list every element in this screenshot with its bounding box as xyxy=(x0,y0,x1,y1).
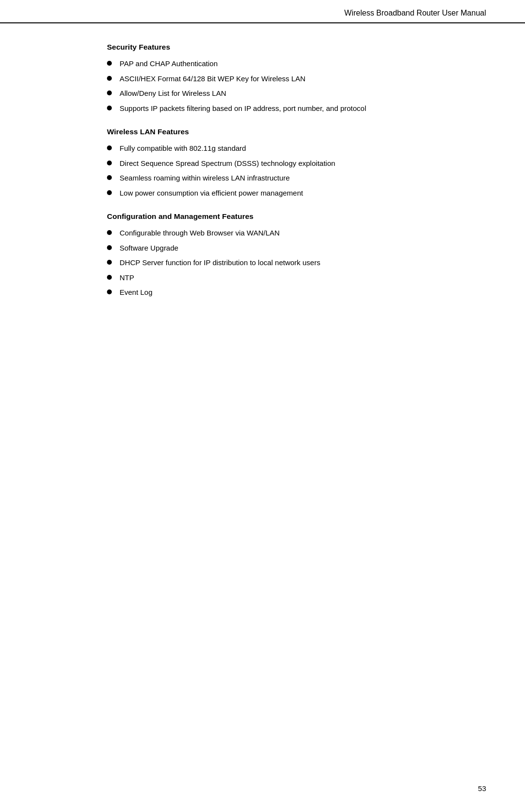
list-item-text: Software Upgrade xyxy=(120,243,428,254)
section-security-features: Security Features PAP and CHAP Authentic… xyxy=(107,43,428,114)
page-content: Security Features PAP and CHAP Authentic… xyxy=(0,23,525,351)
list-item: Software Upgrade xyxy=(107,243,428,254)
list-item-text: Seamless roaming within wireless LAN inf… xyxy=(120,173,428,184)
bullet-icon xyxy=(107,289,112,294)
list-item: Supports IP packets filtering based on I… xyxy=(107,103,428,114)
page-container: Wireless Broadband Router User Manual Se… xyxy=(0,0,525,812)
bullet-icon xyxy=(107,275,112,280)
list-item: DHCP Server function for IP distribution… xyxy=(107,257,428,269)
bullet-icon xyxy=(107,175,112,180)
bullet-icon xyxy=(107,145,112,150)
list-item: Low power consumption via efficient powe… xyxy=(107,188,428,199)
page-footer: 53 xyxy=(478,784,486,793)
section-heading-wireless-lan: Wireless LAN Features xyxy=(107,127,428,136)
bullet-icon xyxy=(107,260,112,265)
list-item: Configurable through Web Browser via WAN… xyxy=(107,228,428,239)
list-item: Event Log xyxy=(107,287,428,298)
header-title: Wireless Broadband Router User Manual xyxy=(344,9,486,17)
list-item: Direct Sequence Spread Spectrum (DSSS) t… xyxy=(107,158,428,169)
section-heading-config-management: Configuration and Management Features xyxy=(107,212,428,221)
list-item-text: ASCII/HEX Format 64/128 Bit WEP Key for … xyxy=(120,73,428,85)
list-item-text: Supports IP packets filtering based on I… xyxy=(120,103,428,114)
list-item: PAP and CHAP Authentication xyxy=(107,58,428,70)
list-item-text: PAP and CHAP Authentication xyxy=(120,58,428,70)
list-item-text: Configurable through Web Browser via WAN… xyxy=(120,228,428,239)
bullet-icon xyxy=(107,90,112,95)
wireless-lan-features-list: Fully compatible with 802.11g standard D… xyxy=(107,143,428,198)
config-management-features-list: Configurable through Web Browser via WAN… xyxy=(107,228,428,298)
list-item-text: Low power consumption via efficient powe… xyxy=(120,188,428,199)
section-config-management-features: Configuration and Management Features Co… xyxy=(107,212,428,298)
bullet-icon xyxy=(107,61,112,66)
bullet-icon xyxy=(107,106,112,110)
list-item-text: DHCP Server function for IP distribution… xyxy=(120,257,428,269)
list-item: ASCII/HEX Format 64/128 Bit WEP Key for … xyxy=(107,73,428,85)
list-item-text: Event Log xyxy=(120,287,428,298)
list-item: NTP xyxy=(107,272,428,284)
list-item-text: Direct Sequence Spread Spectrum (DSSS) t… xyxy=(120,158,428,169)
list-item-text: Fully compatible with 802.11g standard xyxy=(120,143,428,154)
security-features-list: PAP and CHAP Authentication ASCII/HEX Fo… xyxy=(107,58,428,114)
section-heading-security: Security Features xyxy=(107,43,428,52)
bullet-icon xyxy=(107,230,112,235)
bullet-icon xyxy=(107,161,112,165)
page-number: 53 xyxy=(478,784,486,793)
bullet-icon xyxy=(107,190,112,195)
section-wireless-lan-features: Wireless LAN Features Fully compatible w… xyxy=(107,127,428,198)
page-header: Wireless Broadband Router User Manual xyxy=(0,0,525,23)
bullet-icon xyxy=(107,76,112,81)
list-item: Seamless roaming within wireless LAN inf… xyxy=(107,173,428,184)
bullet-icon xyxy=(107,245,112,250)
list-item: Fully compatible with 802.11g standard xyxy=(107,143,428,154)
list-item-text: Allow/Deny List for Wireless LAN xyxy=(120,88,428,99)
list-item: Allow/Deny List for Wireless LAN xyxy=(107,88,428,99)
list-item-text: NTP xyxy=(120,272,428,284)
